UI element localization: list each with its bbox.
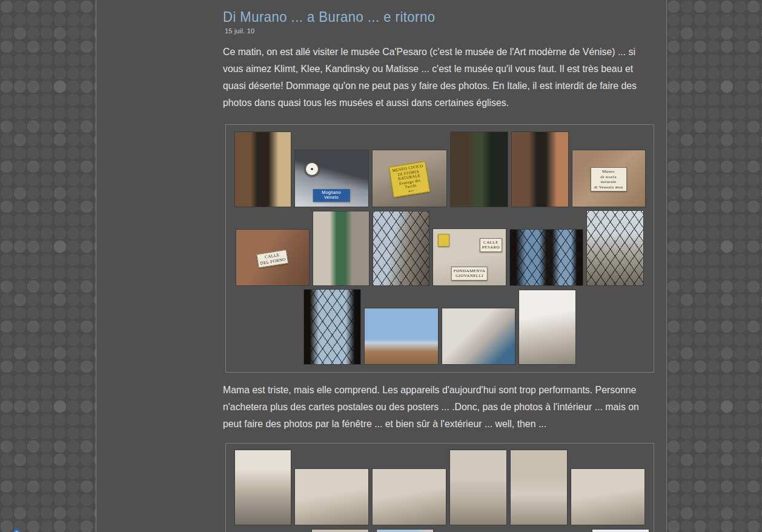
thumb-courtyard-lattice[interactable]: [587, 211, 643, 285]
thumb-woman-steps-2[interactable]: [373, 469, 446, 525]
thumb-courtyard-well[interactable]: [235, 450, 291, 525]
page: { "theme": { "bg_side": "#4b4b4b", "bg_c…: [0, 0, 762, 532]
sign-label: CALLE PESARO: [480, 238, 502, 252]
gallery-museum-walk: Mogliano VenetoMUSEO CIVICO DI STORIA NA…: [225, 124, 654, 373]
post-paragraph-2: Mama est triste, mais elle comprend. Les…: [223, 382, 653, 433]
thumb-woman-steps-1[interactable]: [295, 469, 368, 525]
thumb-canal-narrow[interactable]: [512, 132, 568, 207]
thumbnail-row: [226, 290, 654, 364]
gallery-exterior-steps: [225, 443, 654, 532]
thumb-canal-alley[interactable]: [235, 132, 291, 207]
thumb-canal-green[interactable]: [451, 132, 508, 207]
thumbnail-row: [226, 450, 654, 525]
content-area: Di Murano ... a Burano ... e ritorno 15 …: [97, 0, 666, 532]
left-dotted-background: [0, 0, 96, 532]
thumb-person-stone-wall[interactable]: [312, 530, 368, 532]
thumb-arched-windows-interior[interactable]: [510, 230, 583, 285]
thumbnail-row: Mogliano VenetoMUSEO CIVICO DI STORIA NA…: [226, 132, 654, 207]
thumb-rooftops[interactable]: [365, 308, 438, 364]
post-date: 15 juil. 10: [225, 27, 654, 35]
post-paragraph-1: Ce matin, on est allé visiter le musée C…: [223, 44, 653, 111]
clock-icon: [305, 162, 319, 176]
thumb-white-building[interactable]: [592, 530, 649, 532]
thumb-girl-steps[interactable]: [450, 450, 506, 525]
sign-label: Mogliano Veneto: [313, 189, 350, 202]
thumb-green-door[interactable]: [313, 211, 369, 285]
thumb-family-steps-window[interactable]: [519, 290, 575, 364]
blog-post: Di Murano ... a Burano ... e ritorno 15 …: [223, 0, 654, 532]
sign-label: CALLE DEL FORNO: [256, 250, 288, 268]
thumb-boy-steps[interactable]: [571, 469, 644, 525]
sign-label: FONDAMENTA GIOVANELLI: [451, 267, 488, 281]
thumb-woman-squat[interactable]: [511, 450, 567, 525]
thumb-calle-del-forno[interactable]: CALLE DEL FORNO: [236, 230, 309, 285]
thumb-museo-storia-sign[interactable]: Museo di storia naturale di Venezia msn: [572, 150, 645, 207]
right-dotted-background: [666, 0, 762, 532]
sign-label: [438, 234, 449, 247]
sign-label: MUSEO CIVICO DI STORIA NATURALE Fontego …: [388, 161, 429, 198]
thumb-station-clock[interactable]: Mogliano Veneto: [295, 150, 368, 207]
thumbnail-row: [226, 530, 654, 532]
thumb-balcony-fan[interactable]: [442, 308, 515, 364]
sign-label: Museo di storia naturale di Venezia msn: [591, 167, 627, 191]
thumb-calle-pesaro-signs[interactable]: CALLE PESAROFONDAMENTA GIOVANELLI: [433, 229, 506, 285]
thumbnail-row: CALLE DEL FORNO CALLE PESAROFONDAMENTA G…: [226, 211, 654, 285]
thumb-leaded-window-canal[interactable]: [373, 211, 429, 285]
thumb-museo-civico-sign[interactable]: MUSEO CIVICO DI STORIA NATURALE Fontego …: [373, 150, 446, 207]
thumb-arched-window-dark[interactable]: [304, 290, 360, 364]
thumb-sky-building[interactable]: [377, 530, 433, 532]
post-title[interactable]: Di Murano ... a Burano ... e ritorno: [223, 8, 620, 25]
